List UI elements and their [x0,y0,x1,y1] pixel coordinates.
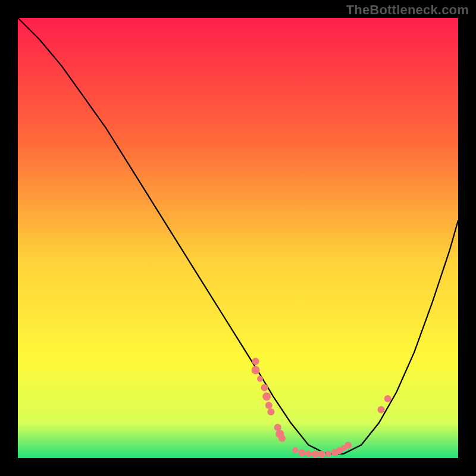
data-marker [325,451,331,457]
data-marker [378,406,385,414]
data-marker [262,392,271,400]
data-marker [261,384,268,392]
data-marker [268,408,275,415]
data-marker [298,449,305,456]
data-marker [252,358,259,365]
bottleneck-chart [0,0,476,476]
data-marker [318,450,325,458]
data-marker [384,395,392,402]
attribution-text: TheBottleneck.com [346,2,469,18]
chart-container: TheBottleneck.com [0,0,476,476]
data-marker [252,366,260,374]
data-marker [257,376,263,382]
data-marker [345,442,352,449]
data-marker [292,447,298,453]
plot-background [18,18,458,458]
data-marker [312,450,319,458]
data-marker [278,435,286,442]
data-marker [265,402,273,409]
data-marker [305,451,311,457]
